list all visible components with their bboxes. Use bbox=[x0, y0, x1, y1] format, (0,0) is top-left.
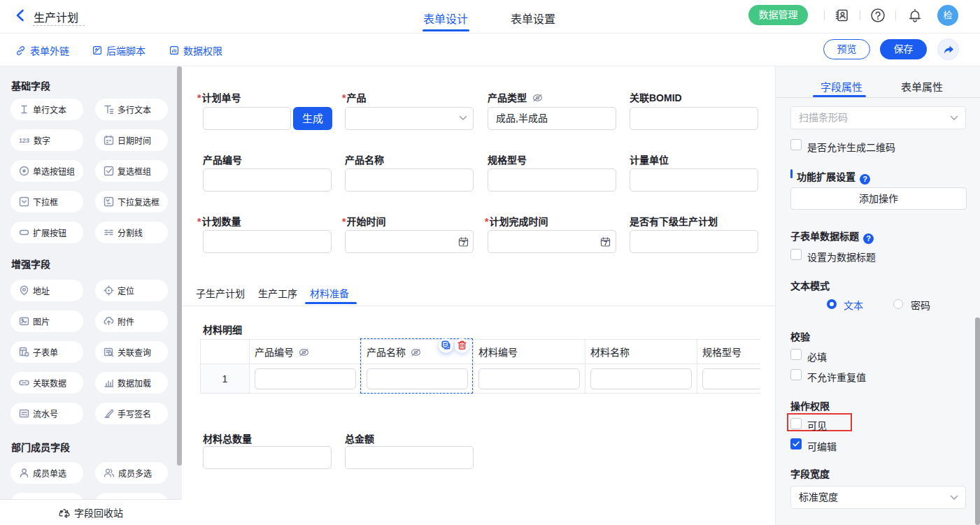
svg-text:7: 7 bbox=[604, 240, 607, 247]
svg-text:7: 7 bbox=[462, 240, 465, 247]
svg-text:123: 123 bbox=[19, 137, 29, 144]
